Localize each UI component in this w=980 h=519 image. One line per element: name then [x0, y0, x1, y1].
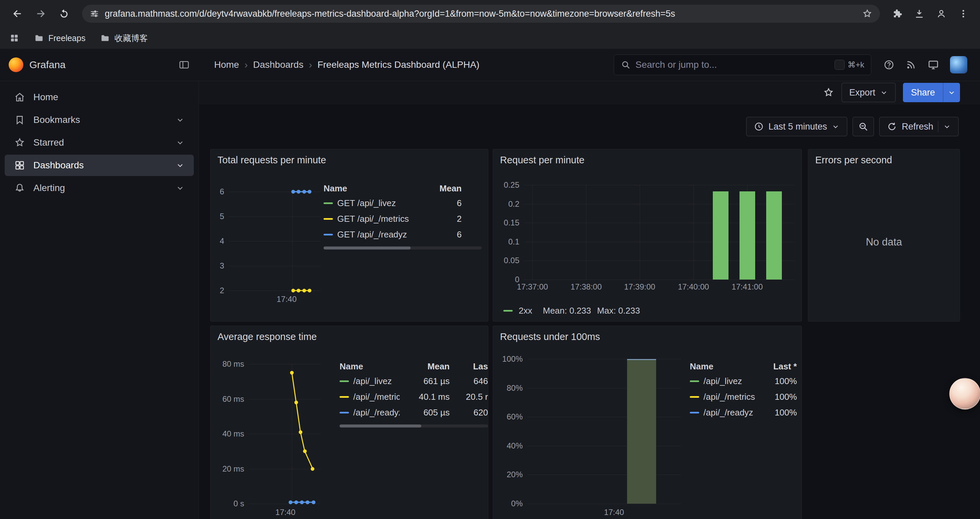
panel-title[interactable]: Request per minute [500, 155, 584, 166]
bookmark-item-blogs[interactable]: 收藏博客 [100, 33, 148, 44]
forward-button[interactable] [31, 4, 50, 23]
series-mean: 6 [432, 230, 461, 240]
x-tick-label: 17:39:00 [624, 282, 655, 292]
sidebar-item-starred[interactable]: Starred [5, 132, 194, 153]
series-name[interactable]: GET /api/_/metrics [337, 214, 409, 224]
export-button[interactable]: Export [842, 83, 896, 102]
grafana-brand[interactable]: Grafana [29, 59, 65, 70]
extensions-button[interactable] [889, 5, 906, 22]
legend-header-mean[interactable]: Mean [399, 361, 450, 372]
grafana-logo[interactable] [9, 57, 23, 72]
series-name[interactable]: /api/_/readyz [353, 407, 399, 418]
gridline [527, 388, 681, 388]
scrollbar-thumb[interactable] [340, 425, 421, 428]
help-icon[interactable] [883, 59, 895, 70]
share-button[interactable]: Share [903, 83, 960, 102]
apps-grid-icon[interactable] [10, 33, 19, 43]
url-input[interactable] [105, 9, 857, 19]
assistant-avatar-overlay[interactable] [949, 378, 980, 409]
back-button[interactable] [8, 4, 27, 23]
series-name[interactable]: GET /api/_livez [337, 198, 396, 208]
monitor-icon[interactable] [927, 59, 939, 71]
series-color-green [690, 380, 699, 382]
dashboard-main: Export Share Last 5 minutes [199, 81, 980, 519]
favorite-star-icon[interactable] [823, 87, 834, 98]
reload-button[interactable] [55, 4, 73, 23]
time-range-picker[interactable]: Last 5 minutes [746, 117, 848, 136]
panel-title[interactable]: Requests under 100ms [500, 331, 600, 342]
panel-title[interactable]: Average response time [218, 331, 317, 342]
series-name[interactable]: /api/_/metrics [353, 392, 399, 402]
x-tick-label: 17:40 [275, 508, 296, 517]
rss-icon[interactable] [905, 59, 916, 70]
download-icon [914, 8, 925, 19]
breadcrumb-home[interactable]: Home [214, 59, 239, 70]
sidebar-toggle-icon[interactable] [178, 59, 190, 71]
series-mean: Mean: 0.233 [543, 306, 591, 316]
y-tick-label: 0.05 [504, 256, 519, 265]
y-tick-label: 3 [220, 261, 224, 270]
chevron-down-icon[interactable] [176, 161, 185, 170]
series-color-yellow [340, 396, 349, 398]
sidebar-item-alerting[interactable]: Alerting [5, 177, 194, 199]
bookmark-star-icon[interactable] [862, 8, 873, 19]
series-name[interactable]: /api/_livez [703, 376, 742, 386]
chart-point [302, 190, 306, 194]
zoom-out-button[interactable] [853, 117, 874, 136]
series-last: 646 [450, 376, 488, 386]
legend-header-mean[interactable]: Mean [432, 184, 461, 194]
under-100ms-chart: 100%80%60%40%20%0% 17:40 [493, 359, 681, 518]
legend-header-name[interactable]: Name [323, 184, 432, 194]
sidebar-item-home[interactable]: Home [5, 86, 194, 108]
series-last: 620 [450, 407, 488, 418]
site-settings-icon[interactable] [89, 9, 99, 19]
sidebar-item-bookmarks[interactable]: Bookmarks [5, 109, 194, 131]
legend-scrollbar[interactable] [340, 425, 488, 428]
series-name[interactable]: 2xx [519, 306, 532, 316]
search-bar[interactable]: ⌘+k [614, 54, 871, 75]
legend-row: /api/_/metrics 100% [690, 389, 797, 405]
series-color-blue [690, 412, 699, 414]
series-mean: 6 [432, 198, 461, 208]
search-input[interactable] [635, 59, 830, 70]
series-name[interactable]: /api/_/metrics [703, 392, 755, 402]
url-bar[interactable] [82, 5, 880, 23]
bookmark-item-freeleaps[interactable]: Freeleaps [34, 33, 85, 43]
y-axis: 65432 [210, 192, 229, 291]
y-tick-label: 60% [507, 412, 523, 422]
share-menu-caret[interactable] [943, 83, 960, 102]
panel-title[interactable]: Total requests per minute [218, 155, 326, 166]
scrollbar-thumb[interactable] [323, 246, 410, 249]
x-tick-label: 17:40:00 [678, 282, 709, 292]
bookmark-label: Freeleaps [48, 34, 85, 43]
series-name[interactable]: /api/_/readyz [703, 407, 753, 418]
refresh-interval-caret[interactable] [943, 123, 951, 131]
dashboard-toolbar: Export Share [199, 81, 980, 104]
chevron-down-icon[interactable] [176, 138, 185, 147]
series-name[interactable]: /api/_livez [353, 376, 392, 386]
breadcrumb-dashboards[interactable]: Dashboards [253, 59, 304, 70]
browser-menu-button[interactable] [955, 5, 972, 22]
legend-header-name[interactable]: Name [340, 361, 399, 372]
y-tick-label: 0 s [234, 499, 244, 508]
panel-title[interactable]: Errors per second [815, 155, 892, 166]
series-name[interactable]: GET /api/_/readyz [337, 230, 407, 240]
legend-header-name[interactable]: Name [690, 361, 760, 372]
sidebar-item-dashboards[interactable]: Dashboards [5, 155, 194, 176]
breadcrumb-separator: › [245, 60, 248, 70]
user-avatar[interactable] [950, 56, 967, 73]
legend-header-last[interactable]: Las [450, 361, 488, 372]
chevron-down-icon[interactable] [176, 184, 185, 192]
sidebar-item-label: Bookmarks [33, 115, 80, 125]
share-label[interactable]: Share [903, 83, 943, 102]
legend-header-last[interactable]: Last * [760, 361, 797, 372]
downloads-button[interactable] [911, 5, 928, 22]
profile-button[interactable] [932, 5, 950, 22]
browser-chrome: Freeleaps 收藏博客 [0, 0, 980, 49]
series-mean: 661 µs [399, 376, 450, 386]
refresh-button[interactable]: Refresh [879, 117, 959, 136]
reload-icon [58, 8, 70, 19]
legend-scrollbar[interactable] [323, 246, 482, 249]
chevron-down-icon[interactable] [176, 115, 185, 124]
dashboards-grid-icon [14, 160, 25, 171]
